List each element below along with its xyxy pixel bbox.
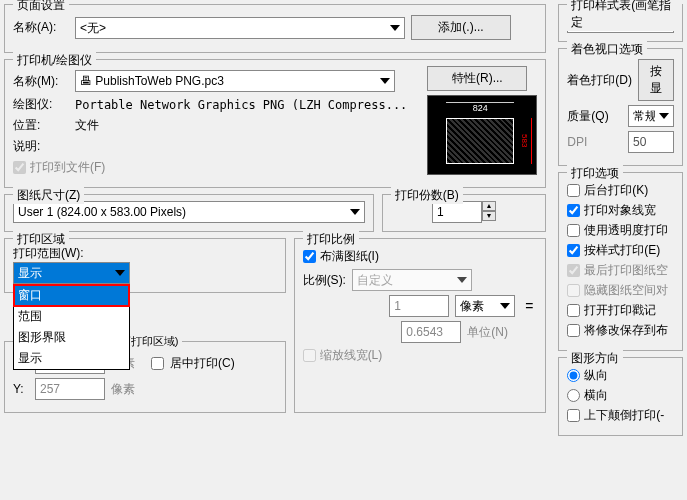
copies-title: 打印份数(B) bbox=[391, 187, 463, 204]
scale-num1 bbox=[389, 295, 449, 317]
scale-unit2: 单位(N) bbox=[467, 324, 537, 341]
add-button[interactable]: 添加(.)... bbox=[411, 15, 511, 40]
paper-size-title: 图纸尺寸(Z) bbox=[13, 187, 84, 204]
range-option-window[interactable]: 窗口 bbox=[14, 285, 129, 306]
equals-sign: = bbox=[521, 298, 537, 314]
dpi-label: DPI bbox=[567, 135, 622, 149]
print-preview: 824 583 bbox=[427, 95, 537, 175]
scale-lw-label: 缩放线宽(L) bbox=[320, 347, 383, 364]
opt-paperspace bbox=[567, 264, 580, 277]
upside-checkbox[interactable] bbox=[567, 409, 580, 422]
page-settings-group: 页面设置 名称(A): <无> 添加(.)... bbox=[4, 4, 546, 53]
dpi-input bbox=[628, 131, 674, 153]
print-area-title: 打印区域 bbox=[13, 231, 69, 248]
scale-num2 bbox=[401, 321, 461, 343]
shade-label: 着色打印(D) bbox=[567, 72, 632, 89]
print-range-dropdown: 窗口 范围 图形界限 显示 bbox=[13, 284, 130, 370]
plotter-value: Portable Network Graphics PNG (LZH Compr… bbox=[75, 98, 407, 112]
printer-name-label: 名称(M): bbox=[13, 73, 69, 90]
page-name-select[interactable]: <无> bbox=[75, 17, 405, 39]
properties-button[interactable]: 特性(R)... bbox=[427, 66, 527, 91]
paper-size-select[interactable]: User 1 (824.00 x 583.00 Pixels) bbox=[13, 201, 365, 223]
fit-label: 布满图纸(I) bbox=[320, 248, 379, 265]
location-label: 位置: bbox=[13, 117, 69, 134]
offset-y-unit: 像素 bbox=[111, 381, 135, 398]
viewport-title: 着色视口选项 bbox=[567, 41, 647, 58]
scale-unit1[interactable]: 像素 bbox=[455, 295, 515, 317]
options-title: 打印选项 bbox=[567, 165, 623, 182]
page-name-label: 名称(A): bbox=[13, 19, 69, 36]
scale-lw-checkbox bbox=[303, 349, 316, 362]
landscape-radio[interactable] bbox=[567, 389, 580, 402]
desc-label: 说明: bbox=[13, 138, 69, 155]
print-range-select[interactable]: 显示 bbox=[13, 262, 130, 284]
opt-background[interactable] bbox=[567, 184, 580, 197]
range-option-limits[interactable]: 图形界限 bbox=[14, 327, 129, 348]
orientation-title: 图形方向 bbox=[567, 350, 623, 367]
copies-input[interactable] bbox=[432, 201, 482, 223]
offset-y-label: Y: bbox=[13, 382, 29, 396]
opt-transparency[interactable] bbox=[567, 224, 580, 237]
shade-button[interactable]: 按显 bbox=[638, 59, 674, 101]
quality-select[interactable]: 常规 bbox=[628, 105, 674, 127]
print-to-file-checkbox bbox=[13, 161, 26, 174]
preview-height: 583 bbox=[520, 118, 532, 164]
quality-label: 质量(Q) bbox=[567, 108, 622, 125]
copies-down[interactable]: ▼ bbox=[482, 211, 496, 221]
opt-bystyle[interactable] bbox=[567, 244, 580, 257]
page-settings-title: 页面设置 bbox=[13, 0, 69, 14]
opt-stamp[interactable] bbox=[567, 304, 580, 317]
print-to-file-label: 打印到文件(F) bbox=[30, 159, 105, 176]
ratio-label: 比例(S): bbox=[303, 272, 346, 289]
opt-hide bbox=[567, 284, 580, 297]
printer-title: 打印机/绘图仪 bbox=[13, 52, 96, 69]
ratio-select: 自定义 bbox=[352, 269, 472, 291]
opt-save[interactable] bbox=[567, 324, 580, 337]
portrait-radio[interactable] bbox=[567, 369, 580, 382]
copies-up[interactable]: ▲ bbox=[482, 201, 496, 211]
opt-lineweight[interactable] bbox=[567, 204, 580, 217]
offset-y-input[interactable] bbox=[35, 378, 105, 400]
fit-checkbox[interactable] bbox=[303, 250, 316, 263]
location-value: 文件 bbox=[75, 117, 99, 134]
center-label: 居中打印(C) bbox=[170, 355, 235, 372]
range-option-extents[interactable]: 范围 bbox=[14, 306, 129, 327]
printer-name-select[interactable]: 🖶 PublishToWeb PNG.pc3 bbox=[75, 70, 395, 92]
center-checkbox[interactable] bbox=[151, 357, 164, 370]
preview-width: 824 bbox=[446, 102, 514, 113]
printer-group: 打印机/绘图仪 名称(M): 🖶 PublishToWeb PNG.pc3 绘图… bbox=[4, 59, 546, 188]
range-option-display[interactable]: 显示 bbox=[14, 348, 129, 369]
scale-title: 打印比例 bbox=[303, 231, 359, 248]
plotter-label: 绘图仪: bbox=[13, 96, 69, 113]
style-table-title: 打印样式表(画笔指定 bbox=[567, 0, 682, 31]
